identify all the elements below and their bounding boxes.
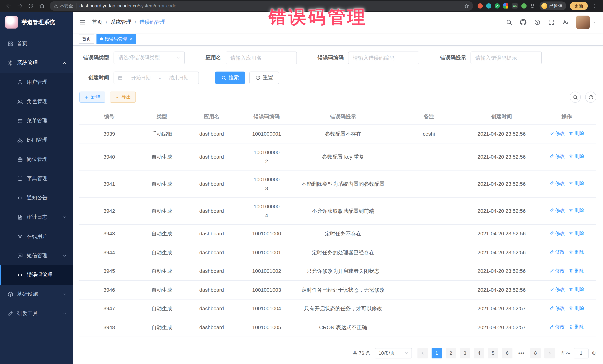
extension-icon-on-badge[interactable]: on bbox=[512, 3, 518, 9]
table-row: 3944自动生成dashboard1001001001定时任务的处理器已经存在2… bbox=[79, 243, 596, 262]
row-edit-link[interactable]: 修改 bbox=[549, 248, 565, 256]
sidebar-item-menu-management[interactable]: 菜单管理 bbox=[0, 111, 73, 131]
row-edit-link[interactable]: 修改 bbox=[549, 129, 565, 138]
row-delete-link[interactable]: 删除 bbox=[568, 229, 584, 238]
browser-back-icon[interactable] bbox=[6, 3, 12, 9]
sidebar-item-dept-management[interactable]: 部门管理 bbox=[0, 131, 73, 150]
sidebar-item-home[interactable]: 首页 bbox=[0, 34, 73, 53]
row-edit-link[interactable]: 修改 bbox=[549, 285, 565, 294]
goto-page-input[interactable] bbox=[574, 348, 589, 358]
sidebar-item-dict-management[interactable]: 字典管理 bbox=[0, 169, 73, 188]
sidebar-item-infrastructure[interactable]: 基础设施 bbox=[0, 285, 73, 304]
browser-refresh-icon[interactable] bbox=[28, 3, 34, 9]
extension-icon-green-check[interactable]: ✓ bbox=[495, 3, 500, 9]
pagination-page-2[interactable]: 2 bbox=[446, 348, 456, 358]
sidebar-item-role-management[interactable]: 角色管理 bbox=[0, 92, 73, 111]
row-delete-link[interactable]: 删除 bbox=[568, 285, 584, 294]
github-icon[interactable] bbox=[520, 19, 527, 26]
sidebar-item-audit-log[interactable]: 审计日志 bbox=[0, 208, 73, 227]
row-edit-link[interactable]: 修改 bbox=[549, 179, 565, 188]
pagination-page-3[interactable]: 3 bbox=[460, 348, 470, 358]
pagination-more[interactable]: ••• bbox=[516, 350, 527, 356]
sidebar-item-user-management[interactable]: 用户管理 bbox=[0, 73, 73, 92]
row-delete-link[interactable]: 删除 bbox=[568, 152, 584, 161]
row-delete-link[interactable]: 删除 bbox=[568, 266, 584, 275]
view-tag-error-code[interactable]: 错误码管理 bbox=[96, 34, 136, 44]
row-delete-link[interactable]: 删除 bbox=[568, 248, 584, 256]
breadcrumb-item[interactable]: 首页 bbox=[92, 19, 103, 26]
sidebar-item-label: 在线用户 bbox=[27, 233, 47, 240]
extension-icon-teal[interactable] bbox=[486, 3, 491, 9]
row-edit-link[interactable]: 修改 bbox=[549, 152, 565, 161]
date-range-picker[interactable]: 开始日期 - 结束日期 bbox=[114, 72, 199, 84]
row-edit-link[interactable]: 修改 bbox=[549, 206, 565, 215]
extension-icon-tiles[interactable] bbox=[503, 3, 508, 9]
address-bar[interactable]: 不安全 dashboard.yudao.iocoder.cn/system/er… bbox=[50, 1, 473, 11]
pagination-page-1[interactable]: 1 bbox=[431, 348, 442, 358]
row-edit-link[interactable]: 修改 bbox=[549, 304, 565, 313]
tag-close-icon[interactable] bbox=[129, 37, 133, 41]
sidebar-item-error-code-management[interactable]: 错误码管理 bbox=[0, 265, 73, 285]
sidebar-item-system-management[interactable]: 系统管理 bbox=[0, 53, 73, 73]
row-edit-link-label: 修改 bbox=[555, 206, 565, 215]
pagination-page-5[interactable]: 5 bbox=[488, 348, 498, 358]
add-button[interactable]: 新增 bbox=[79, 92, 105, 103]
page-size-select[interactable]: 10条/页 bbox=[375, 348, 412, 358]
goto-unit: 页 bbox=[591, 350, 596, 356]
table-search-toggle-button[interactable] bbox=[570, 92, 581, 103]
view-tag-home[interactable]: 首页 bbox=[79, 34, 94, 44]
row-delete-link[interactable]: 删除 bbox=[568, 129, 584, 138]
row-edit-link[interactable]: 修改 bbox=[549, 266, 565, 275]
search-button[interactable]: 搜索 bbox=[215, 72, 245, 84]
bookmark-star-icon[interactable] bbox=[464, 3, 469, 9]
row-delete-link[interactable]: 删除 bbox=[568, 322, 584, 331]
cell-app: dashboard bbox=[185, 280, 239, 299]
row-delete-link[interactable]: 删除 bbox=[568, 206, 584, 215]
app-name-input[interactable] bbox=[226, 52, 297, 64]
row-edit-link[interactable]: 修改 bbox=[549, 229, 565, 238]
avatar-caret-icon[interactable] bbox=[593, 20, 597, 24]
sidebar-item-notice[interactable]: 通知公告 bbox=[0, 188, 73, 208]
browser-forward-icon[interactable] bbox=[17, 3, 23, 9]
pagination-next-button[interactable] bbox=[544, 348, 555, 358]
extensions-puzzle-icon[interactable] bbox=[530, 3, 535, 9]
row-delete-link[interactable]: 删除 bbox=[568, 179, 584, 188]
browser-menu-icon[interactable] bbox=[592, 3, 597, 9]
sidebar-item-sms-management[interactable]: 短信管理 bbox=[0, 246, 73, 265]
fullscreen-icon[interactable] bbox=[548, 19, 555, 26]
extension-icon-leaf[interactable] bbox=[521, 3, 527, 9]
row-edit-link[interactable]: 修改 bbox=[549, 322, 565, 331]
error-code-input[interactable] bbox=[348, 52, 419, 64]
error-type-select[interactable]: 请选择错误码类型 bbox=[114, 52, 185, 64]
table-row: 3945自动生成dashboard1001001002只允许修改为开启或者关闭状… bbox=[79, 262, 596, 280]
sidebar-toggle-icon[interactable] bbox=[79, 19, 86, 26]
font-size-icon[interactable] bbox=[562, 19, 569, 26]
app-logo[interactable]: 芋道管理系统 bbox=[0, 12, 73, 33]
reset-button[interactable]: 重置 bbox=[249, 72, 279, 84]
header-search-icon[interactable] bbox=[506, 19, 512, 26]
sidebar-item-dev-tools[interactable]: 研发工具 bbox=[0, 304, 73, 323]
table-row: 3941自动生成dashboard100100000 3不能删除类型为系统内置的… bbox=[79, 170, 596, 197]
table-refresh-button[interactable] bbox=[585, 92, 596, 103]
error-hint-input[interactable] bbox=[471, 52, 542, 64]
online-icon bbox=[17, 233, 23, 240]
row-delete-link[interactable]: 删除 bbox=[568, 304, 584, 313]
search-icon bbox=[572, 94, 578, 100]
browser-update-button[interactable]: 更新 bbox=[570, 2, 588, 10]
sidebar-item-online-user[interactable]: 在线用户 bbox=[0, 227, 73, 246]
extension-icon-red[interactable] bbox=[477, 3, 483, 9]
pagination-page-4[interactable]: 4 bbox=[474, 348, 484, 358]
sidebar-item-post-management[interactable]: 岗位管理 bbox=[0, 150, 73, 169]
app-title: 芋道管理系统 bbox=[22, 19, 55, 26]
help-doc-icon[interactable] bbox=[534, 19, 541, 26]
filter-error-code: 错误码编码 bbox=[318, 52, 419, 64]
pagination-page-8[interactable]: 8 bbox=[530, 348, 541, 358]
cell-actions: 修改删除 bbox=[537, 197, 596, 224]
pagination-page-6[interactable]: 6 bbox=[502, 348, 512, 358]
breadcrumb-item[interactable]: 系统管理 bbox=[111, 19, 131, 26]
profile-paused-chip[interactable]: 已暂停 bbox=[540, 1, 566, 10]
pagination-prev-button[interactable] bbox=[417, 348, 428, 358]
browser-home-icon[interactable] bbox=[39, 3, 45, 9]
user-avatar[interactable] bbox=[576, 16, 590, 29]
export-button[interactable]: 导出 bbox=[110, 92, 136, 103]
